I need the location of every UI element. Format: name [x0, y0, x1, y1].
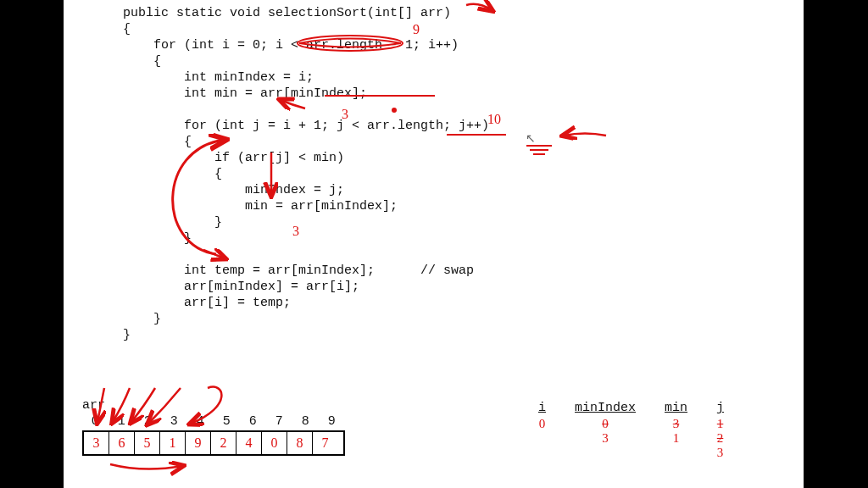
code-line: public static void selectionSort(int[] a…	[123, 6, 451, 20]
code-line: int temp = arr[minIndex]; // swap	[123, 263, 474, 278]
arr-index: 0	[82, 414, 108, 429]
arr-cell: 0	[262, 432, 287, 454]
code-line: }	[123, 312, 161, 326]
code-line: for (int j = i + 1; j < arr.length; j++)	[123, 119, 489, 133]
code-line: {	[123, 135, 192, 149]
arr-cell: 9	[186, 432, 211, 454]
code-line: }	[123, 215, 222, 230]
arr-cell: 3	[84, 432, 109, 454]
var-name: i	[538, 401, 546, 415]
arr-cell: 7	[313, 432, 337, 454]
arr-index: 6	[240, 414, 266, 429]
code-line: for (int i = 0; i < arr.length - 1; i++)	[123, 38, 459, 53]
code-line: {	[123, 167, 222, 181]
arr-cell: 1	[160, 432, 186, 454]
var-col-j: j 1 2 3	[716, 401, 724, 460]
code-line: int min = arr[minIndex];	[123, 86, 367, 101]
var-col-min: min 3 1	[665, 401, 687, 460]
arr-label: arr	[82, 398, 345, 413]
var-col-i: i 0	[538, 401, 546, 460]
code-line: {	[123, 54, 161, 69]
arr-boxes: 3 6 5 1 9 2 4 0 8 7	[82, 430, 345, 456]
var-value-struck: 0	[602, 417, 609, 430]
code-line: }	[123, 231, 192, 246]
trace-table: i 0 minIndex 0 3 min 3 1 j 1	[538, 401, 724, 460]
paper: public static void selectionSort(int[] a…	[64, 0, 804, 488]
arr-index: 4	[187, 414, 214, 429]
arr-cell: 5	[135, 432, 160, 454]
arr-index: 9	[319, 414, 345, 429]
code-line: {	[123, 22, 131, 36]
arr-index: 5	[214, 414, 240, 429]
arr-cell: 4	[236, 432, 262, 454]
arr-index: 7	[266, 414, 292, 429]
var-name: minIndex	[575, 401, 636, 415]
stage: public static void selectionSort(int[] a…	[0, 0, 868, 488]
arr-cell: 8	[287, 432, 313, 454]
arr-cell: 2	[211, 432, 236, 454]
var-value-struck: 3	[673, 417, 680, 430]
code-block: public static void selectionSort(int[] a…	[123, 5, 489, 343]
var-name: min	[665, 401, 687, 415]
var-name: j	[716, 401, 724, 415]
arr-index: 2	[135, 414, 161, 429]
ann-10: 10	[487, 112, 501, 126]
var-value: 3	[602, 431, 609, 445]
arr-indices: 0123456789	[82, 414, 345, 429]
arr-index: 3	[161, 414, 187, 429]
arr-cell: 6	[109, 432, 135, 454]
code-line: arr[i] = temp;	[123, 296, 291, 310]
code-line: arr[minIndex] = arr[i];	[123, 280, 359, 294]
arr-index: 1	[108, 414, 135, 429]
svg-text:↖: ↖	[526, 132, 536, 145]
array-diagram: arr 0123456789 3 6 5 1 9 2 4 0 8 7	[82, 398, 345, 456]
var-value: 1	[673, 431, 680, 445]
var-col-minIndex: minIndex 0 3	[575, 401, 636, 460]
code-line: if (arr[j] < min)	[123, 151, 344, 165]
code-line: }	[123, 328, 131, 342]
var-value: 3	[717, 446, 724, 459]
arr-index: 8	[292, 414, 319, 429]
var-value-struck: 2	[717, 431, 724, 445]
var-value-struck: 1	[717, 417, 724, 430]
code-line: int minIndex = i;	[123, 70, 314, 85]
var-value: 0	[538, 417, 546, 431]
code-line: min = arr[minIndex];	[123, 199, 398, 214]
code-line: minIndex = j;	[123, 183, 344, 197]
